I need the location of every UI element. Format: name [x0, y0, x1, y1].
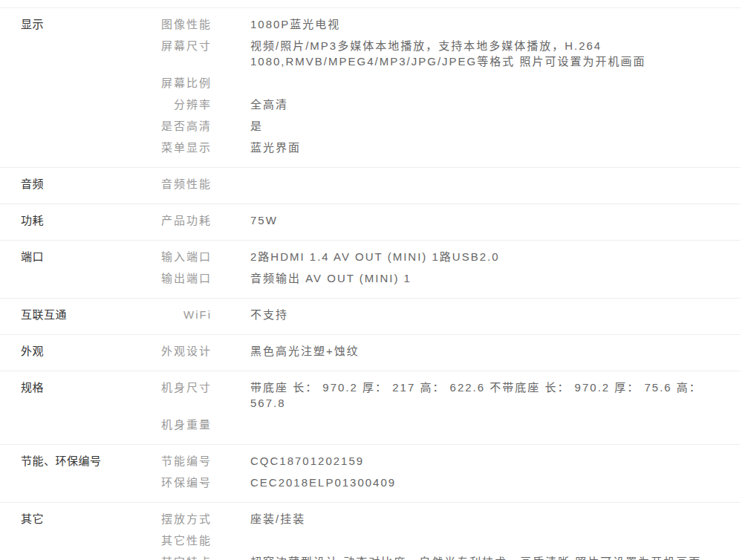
spec-value-text: 音频输出 AV OUT (MINI) 1 — [250, 270, 741, 286]
spec-category-label: 其它 — [0, 508, 130, 527]
spec-section: 功耗 产品功耗 75W — [0, 204, 741, 240]
spec-section: 显示 图像性能 1080P蓝光电视 屏幕尺寸 视频/照片/MP3多媒体本地播放，… — [0, 7, 741, 167]
spec-section-rows: WiFi 不支持 — [130, 304, 741, 325]
spec-section-rows: 音频性能 — [130, 173, 741, 195]
spec-name-label: 音频性能 — [130, 176, 212, 192]
product-spec-table: 显示 图像性能 1080P蓝光电视 屏幕尺寸 视频/照片/MP3多媒体本地播放，… — [0, 0, 741, 560]
spec-section: 音频 音频性能 — [0, 167, 741, 204]
spec-row: 机身尺寸 带底座 长： 970.2 厚： 217 高： 622.6 不带底座 长… — [130, 377, 741, 414]
spec-category-label: 功耗 — [0, 209, 130, 228]
spec-value-text: CEC2018ELP01300409 — [250, 475, 741, 490]
spec-value-text: 1080P蓝光电视 — [250, 16, 741, 32]
spec-value-text — [250, 176, 741, 192]
spec-row: 屏幕尺寸 视频/照片/MP3多媒体本地播放，支持本地多媒体播放，H.264 10… — [130, 35, 741, 72]
spec-name-label: 屏幕尺寸 — [130, 38, 212, 53]
spec-section-rows: 输入端口 2路HDMI 1.4 AV OUT (MINI) 1路USB2.0 输… — [130, 246, 741, 289]
spec-value-text: 蓝光界面 — [250, 140, 741, 155]
spec-name-label: 环保编号 — [130, 475, 212, 490]
spec-name-label: 机身尺寸 — [130, 380, 212, 395]
spec-section: 端口 输入端口 2路HDMI 1.4 AV OUT (MINI) 1路USB2.… — [0, 240, 741, 298]
spec-row: 图像性能 1080P蓝光电视 — [130, 13, 741, 35]
spec-value-text: 座装/挂装 — [250, 511, 741, 527]
spec-section-rows: 节能编号 CQC18701202159 环保编号 CEC2018ELP01300… — [130, 450, 741, 493]
spec-name-label: 其它特点 — [130, 554, 212, 560]
spec-category-label: 外观 — [0, 340, 130, 359]
spec-row: 菜单显示 蓝光界面 — [130, 137, 741, 158]
spec-row: 机身重量 — [130, 414, 741, 435]
spec-category-label: 显示 — [0, 13, 130, 32]
spec-name-label: 输入端口 — [130, 249, 212, 264]
spec-category-label: 互联互通 — [0, 304, 130, 322]
spec-category-label: 音频 — [0, 173, 130, 192]
spec-section: 外观 外观设计 黑色高光注塑+蚀纹 — [0, 334, 741, 371]
spec-value-text: 75W — [250, 212, 741, 228]
spec-name-label: 机身重量 — [130, 417, 212, 432]
spec-name-label: 产品功耗 — [130, 212, 212, 228]
spec-value-text: 是 — [250, 118, 741, 134]
spec-name-label: 输出端口 — [130, 270, 212, 286]
spec-category-label: 规格 — [0, 377, 130, 395]
spec-section-rows: 产品功耗 75W — [130, 209, 741, 231]
spec-row: 其它特点 超窄边薄型设计,动态对比度，自然光专利技术，画质清晰,照片可设置为开机… — [130, 551, 741, 560]
spec-category-label: 端口 — [0, 246, 130, 264]
spec-row: 输入端口 2路HDMI 1.4 AV OUT (MINI) 1路USB2.0 — [130, 246, 741, 267]
spec-section-rows: 机身尺寸 带底座 长： 970.2 厚： 217 高： 622.6 不带底座 长… — [130, 377, 741, 435]
spec-value-text — [250, 75, 741, 91]
spec-value-text: 全高清 — [250, 97, 741, 112]
spec-section: 其它 摆放方式 座装/挂装 其它性能 其它特点 超窄边薄型设计,动态对比度，自然… — [0, 502, 741, 560]
spec-section-rows: 图像性能 1080P蓝光电视 屏幕尺寸 视频/照片/MP3多媒体本地播放，支持本… — [130, 13, 741, 158]
spec-name-label: 菜单显示 — [130, 140, 212, 155]
spec-name-label: 图像性能 — [130, 16, 212, 32]
spec-value-text — [250, 533, 741, 548]
spec-name-label: 是否高清 — [130, 118, 212, 134]
spec-section: 节能、环保编号 节能编号 CQC18701202159 环保编号 CEC2018… — [0, 444, 741, 502]
spec-row: 输出端口 音频输出 AV OUT (MINI) 1 — [130, 267, 741, 289]
spec-row: WiFi 不支持 — [130, 304, 741, 325]
spec-value-text: 不支持 — [250, 307, 741, 322]
spec-row: 音频性能 — [130, 173, 741, 195]
spec-row: 分辨率 全高清 — [130, 94, 741, 115]
spec-row: 摆放方式 座装/挂装 — [130, 508, 741, 530]
spec-value-text: 视频/照片/MP3多媒体本地播放，支持本地多媒体播放，H.264 1080,RM… — [250, 38, 741, 69]
spec-name-label: 外观设计 — [130, 343, 212, 359]
spec-row: 其它性能 — [130, 530, 741, 551]
spec-value-text: 2路HDMI 1.4 AV OUT (MINI) 1路USB2.0 — [250, 249, 741, 264]
spec-name-label: 屏幕比例 — [130, 75, 212, 91]
spec-category-label: 节能、环保编号 — [0, 450, 130, 469]
spec-row: 外观设计 黑色高光注塑+蚀纹 — [130, 340, 741, 362]
spec-name-label: 分辨率 — [130, 97, 212, 112]
spec-row: 节能编号 CQC18701202159 — [130, 450, 741, 472]
spec-name-label: WiFi — [130, 307, 212, 322]
spec-section: 规格 机身尺寸 带底座 长： 970.2 厚： 217 高： 622.6 不带底… — [0, 371, 741, 444]
spec-row: 屏幕比例 — [130, 72, 741, 94]
spec-section-rows: 摆放方式 座装/挂装 其它性能 其它特点 超窄边薄型设计,动态对比度，自然光专利… — [130, 508, 741, 560]
spec-value-text: 黑色高光注塑+蚀纹 — [250, 343, 741, 359]
spec-value-text: 带底座 长： 970.2 厚： 217 高： 622.6 不带底座 长： 970… — [250, 380, 741, 411]
spec-row: 产品功耗 75W — [130, 209, 741, 231]
spec-value-text — [250, 417, 741, 432]
spec-row: 是否高清 是 — [130, 115, 741, 137]
spec-row: 环保编号 CEC2018ELP01300409 — [130, 472, 741, 493]
spec-name-label: 其它性能 — [130, 533, 212, 548]
spec-section-rows: 外观设计 黑色高光注塑+蚀纹 — [130, 340, 741, 362]
spec-section: 互联互通 WiFi 不支持 — [0, 298, 741, 334]
spec-name-label: 摆放方式 — [130, 511, 212, 527]
spec-value-text: 超窄边薄型设计,动态对比度，自然光专利技术，画质清晰,照片可设置为开机画面 — [250, 554, 741, 560]
spec-value-text: CQC18701202159 — [250, 453, 741, 469]
spec-name-label: 节能编号 — [130, 453, 212, 469]
